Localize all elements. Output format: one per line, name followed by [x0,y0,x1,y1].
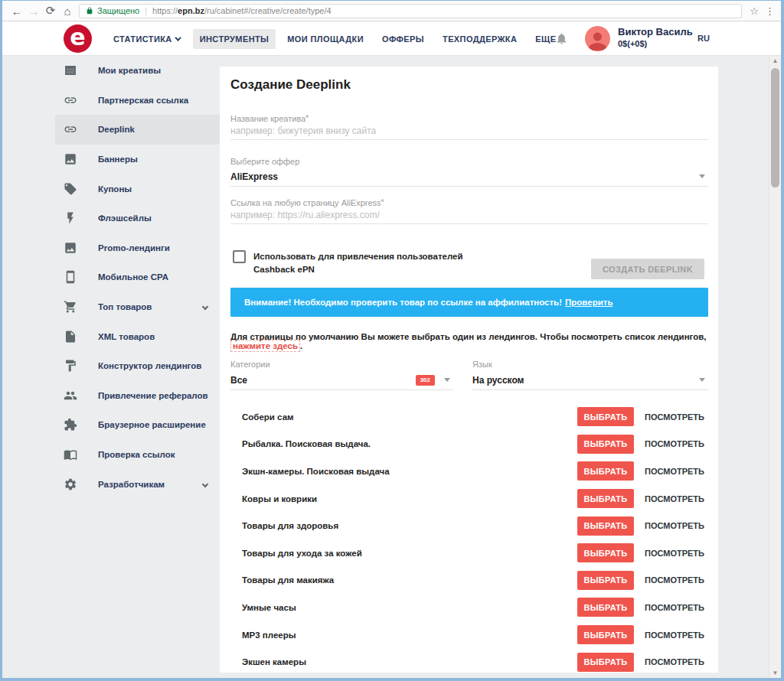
address-bar[interactable]: Защищено | https://epn.bz/ru/cabinet#/cr… [79,4,742,18]
page-url: https://epn.bz/ru/cabinet#/creative/crea… [152,6,332,15]
landing-row: Собери сам ВЫБРАТЬ ПОСМОТРЕТЬ [220,403,718,431]
category-count-badge: 302 [416,375,435,386]
view-landing-link[interactable]: ПОСМОТРЕТЬ [645,439,718,448]
select-landing-button[interactable]: ВЫБРАТЬ [577,653,634,672]
offer-label: Выберите оффер [230,157,299,166]
nav-support[interactable]: ТЕХПОДДЕРЖКА [436,29,524,49]
link-input[interactable] [230,206,708,224]
dropdown-arrow-icon [699,378,705,382]
landing-row: Экшн-камеры. Поисковая выдача ВЫБРАТЬ ПО… [220,458,718,485]
language-label: Язык [472,360,492,369]
view-landing-link[interactable]: ПОСМОТРЕТЬ [645,467,718,476]
page-scrollbar[interactable]: ▲ ▼ [769,56,781,678]
landing-row: Умные часы ВЫБРАТЬ ПОСМОТРЕТЬ [220,594,718,621]
select-landing-button[interactable]: ВЫБРАТЬ [577,489,634,508]
bookmark-star-icon[interactable]: ☆ [750,5,759,17]
landing-row: Рыбалка. Поисковая выдача. ВЫБРАТЬ ПОСМО… [220,431,718,458]
create-deeplink-button[interactable]: СОЗДАТЬ DEEPLINK [591,259,704,279]
view-landing-link[interactable]: ПОСМОТРЕТЬ [645,412,718,422]
click-here-link[interactable]: нажмите здесь [230,340,300,352]
reload-button[interactable]: ⟳ [42,4,59,18]
app-header: e СТАТИСТИКА ИНСТРУМЕНТЫ МОИ ПЛОЩАДКИ ОФ… [2,21,781,56]
cashback-checkbox-label: Использовать для привлечения пользовател… [253,250,485,275]
cashback-checkbox-row: Использовать для привлечения пользовател… [233,250,485,275]
landing-row: Товары для макияжа ВЫБРАТЬ ПОСМОТРЕТЬ [220,567,718,595]
landing-row: MP3 плееры ВЫБРАТЬ ПОСМОТРЕТЬ [220,621,718,649]
landing-row: Экшен камеры ВЫБРАТЬ ПОСМОТРЕТЬ [220,648,718,676]
dropdown-arrow-icon [699,174,705,178]
check-link[interactable]: Проверить [565,298,612,307]
category-select[interactable]: Все 302 [230,370,453,390]
dropdown-arrow-icon [444,378,450,382]
select-landing-button[interactable]: ВЫБРАТЬ [577,625,634,644]
category-label: Категории [230,360,270,369]
lock-icon [86,6,93,15]
back-button[interactable]: ← [8,5,25,18]
scrollbar-up-arrow[interactable]: ▲ [769,57,781,64]
forward-button[interactable]: → [25,5,42,18]
nav-offers[interactable]: ОФФЕРЫ [375,29,431,49]
user-menu[interactable]: Виктор Василь 0$(+0$) [618,26,693,48]
nav-statistics[interactable]: СТАТИСТИКА [106,29,188,49]
user-balance: 0$(+0$) [618,39,693,48]
epn-logo[interactable]: e [64,24,92,53]
landing-row: Товары для ухода за кожей ВЫБРАТЬ ПОСМОТ… [220,539,718,567]
browser-window: ← → ⟳ ⌂ Защищено | https://epn.bz/ru/cab… [2,1,781,678]
landing-row: Ковры и коврики ВЫБРАТЬ ПОСМОТРЕТЬ [220,485,718,513]
view-landing-link[interactable]: ПОСМОТРЕТЬ [645,657,718,666]
select-landing-button[interactable]: ВЫБРАТЬ [577,543,634,562]
view-landing-link[interactable]: ПОСМОТРЕТЬ [645,549,718,558]
select-landing-button[interactable]: ВЫБРАТЬ [577,598,634,617]
view-landing-link[interactable]: ПОСМОТРЕТЬ [645,494,718,503]
notifications-bell-icon[interactable] [555,31,568,46]
offer-select[interactable]: AliExpress [230,167,708,187]
view-landing-link[interactable]: ПОСМОТРЕТЬ [645,630,718,640]
browser-menu-icon[interactable]: ⋮ [765,5,775,17]
secure-label: Защищено [97,6,139,15]
scrollbar-down-arrow[interactable]: ▼ [769,670,781,676]
affiliate-warning-banner: Внимание! Необходимо проверить товар по … [230,288,708,317]
select-landing-button[interactable]: ВЫБРАТЬ [577,407,634,426]
select-landing-button[interactable]: ВЫБРАТЬ [577,435,634,454]
deeplink-form-panel: Создание Deeplink Название креатива* Выб… [220,67,718,673]
select-landing-button[interactable]: ВЫБРАТЬ [577,571,634,590]
view-landing-link[interactable]: ПОСМОТРЕТЬ [645,521,718,530]
nav-my-sites[interactable]: МОИ ПЛОЩАДКИ [280,29,371,49]
top-nav: СТАТИСТИКА ИНСТРУМЕНТЫ МОИ ПЛОЩАДКИ ОФФЕ… [106,21,572,56]
view-landing-link[interactable]: ПОСМОТРЕТЬ [645,603,718,612]
language-switcher[interactable]: RU [697,34,710,43]
page-title: Создание Deeplink [230,77,351,93]
scrollbar-thumb[interactable] [771,68,779,187]
browser-toolbar: ← → ⟳ ⌂ Защищено | https://epn.bz/ru/cab… [2,1,781,21]
select-landing-button[interactable]: ВЫБРАТЬ [577,516,634,536]
nav-instruments[interactable]: ИНСТРУМЕНТЫ [193,29,276,49]
landing-row: Товары для здоровья ВЫБРАТЬ ПОСМОТРЕТЬ [220,512,718,539]
language-select[interactable]: На русском [472,370,708,390]
avatar[interactable] [585,26,610,51]
cashback-checkbox[interactable] [233,250,246,263]
landing-hint: Для страницы по умолчанию Вы можете выбр… [230,332,708,350]
chevron-down-icon [175,34,181,41]
view-landing-link[interactable]: ПОСМОТРЕТЬ [645,575,718,585]
select-landing-button[interactable]: ВЫБРАТЬ [577,461,634,481]
user-name: Виктор Василь [618,26,693,37]
landing-list: Собери сам ВЫБРАТЬ ПОСМОТРЕТЬ Рыбалка. П… [220,403,718,676]
address-separator: | [145,6,147,15]
creative-name-input[interactable] [230,122,708,140]
home-button[interactable]: ⌂ [59,5,76,18]
